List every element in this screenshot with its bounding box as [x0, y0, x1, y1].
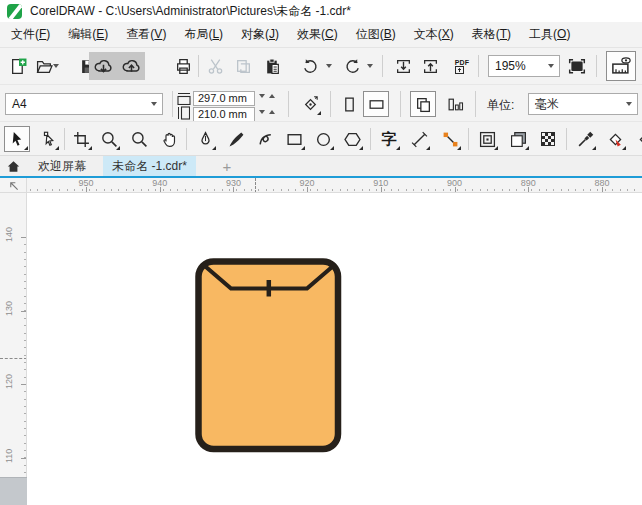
- drawing-canvas[interactable]: [27, 193, 642, 505]
- print-icon: [175, 58, 192, 75]
- artistic-media-tool[interactable]: [223, 126, 249, 152]
- page-width-spinner[interactable]: [259, 94, 275, 98]
- undo-dropdown[interactable]: [323, 53, 335, 79]
- text-tool-icon: 字: [382, 130, 397, 149]
- smart-fill-tool[interactable]: [632, 126, 642, 152]
- connector-tool[interactable]: [437, 126, 463, 152]
- pan-tool[interactable]: [156, 126, 182, 152]
- b-spline-tool[interactable]: [252, 126, 278, 152]
- full-screen-preview-button[interactable]: [564, 53, 590, 79]
- import-button[interactable]: [390, 53, 416, 79]
- redo-dropdown[interactable]: [364, 53, 376, 79]
- title-bar: CorelDRAW - C:\Users\Administrator\Pictu…: [0, 0, 642, 22]
- ellipse-icon: [315, 131, 332, 148]
- menu-item-table[interactable]: 表格(T): [463, 22, 520, 47]
- menu-item-layout[interactable]: 布局(L): [175, 22, 232, 47]
- toolbox-separator: [64, 128, 65, 150]
- paste-button[interactable]: [259, 53, 285, 79]
- shape-tool[interactable]: [35, 126, 61, 152]
- units-combobox[interactable]: 毫米: [528, 93, 638, 115]
- welcome-screen-tab[interactable]: 欢迎屏幕: [26, 156, 98, 177]
- hruler-tick: [528, 187, 529, 192]
- new-tab-button[interactable]: +: [216, 156, 238, 177]
- crop-tool[interactable]: [68, 126, 94, 152]
- menu-item-edit[interactable]: 编辑(E): [59, 22, 117, 47]
- menu-item-bitmaps[interactable]: 位图(B): [347, 22, 405, 47]
- vruler-tick: [21, 311, 26, 312]
- menu-item-tools[interactable]: 工具(O): [520, 22, 579, 47]
- show-rulers-button[interactable]: [606, 51, 636, 81]
- new-document-button[interactable]: [5, 53, 31, 79]
- chevron-down-icon: [146, 94, 162, 114]
- magnifier-tool[interactable]: [126, 126, 152, 152]
- zoom-tool[interactable]: [96, 126, 122, 152]
- pan-hand-icon: [161, 131, 178, 148]
- pick-tool-icon: [9, 131, 26, 148]
- cursor-position-marker: [255, 178, 256, 193]
- menu-item-view[interactable]: 查看(V): [117, 22, 175, 47]
- transparency-tool[interactable]: [535, 126, 561, 152]
- pen-tool[interactable]: [192, 126, 218, 152]
- redo-icon: [344, 58, 361, 75]
- shape-tool-icon: [40, 131, 57, 148]
- page-height-icon: [178, 106, 190, 120]
- page-height-spinner[interactable]: [259, 110, 275, 114]
- portrait-button[interactable]: [336, 91, 362, 117]
- ruler-origin-button[interactable]: [0, 178, 27, 193]
- brush-icon: [228, 131, 245, 148]
- zoom-level-combobox[interactable]: 195%: [488, 55, 560, 77]
- horizontal-ruler[interactable]: 950940930920910900890880: [27, 178, 642, 193]
- nudge-offset-button[interactable]: [297, 91, 323, 117]
- page-size-combobox[interactable]: A4: [5, 93, 163, 115]
- drop-shadow-icon: [510, 131, 527, 148]
- home-tab[interactable]: [2, 156, 24, 177]
- eyedropper-tool[interactable]: [572, 126, 598, 152]
- all-pages-button[interactable]: [410, 91, 436, 117]
- pick-tool[interactable]: [4, 126, 30, 152]
- vruler-label: 140: [4, 228, 14, 242]
- document-tab[interactable]: 未命名 -1.cdr*: [103, 156, 196, 177]
- ellipse-tool[interactable]: [310, 126, 336, 152]
- vruler-label: 120: [4, 375, 14, 389]
- page-size-value: A4: [6, 97, 146, 111]
- menu-item-effects[interactable]: 效果(C): [288, 22, 347, 47]
- chevron-down-icon: [53, 64, 59, 68]
- interactive-fill-tool[interactable]: [602, 126, 628, 152]
- export-button[interactable]: [417, 53, 443, 79]
- redo-button[interactable]: [339, 53, 365, 79]
- publish-pdf-button[interactable]: PDF: [449, 53, 475, 79]
- polygon-icon: [344, 131, 361, 148]
- toolbox-separator: [186, 128, 187, 150]
- contour-tool[interactable]: [474, 126, 500, 152]
- open-dropdown[interactable]: [50, 53, 62, 79]
- hruler-tick: [381, 187, 382, 192]
- print-button[interactable]: [170, 53, 196, 79]
- undo-button[interactable]: [297, 53, 323, 79]
- full-screen-icon: [568, 57, 586, 75]
- menu-item-object[interactable]: 对象(J): [232, 22, 288, 47]
- page-width-input[interactable]: 297.0 mm: [193, 91, 255, 106]
- current-page-button[interactable]: [442, 91, 468, 117]
- welcome-tab-label: 欢迎屏幕: [38, 158, 86, 175]
- vertical-ruler[interactable]: 140130120110: [0, 193, 27, 477]
- page-height-input[interactable]: 210.0 mm: [193, 107, 255, 122]
- landscape-button[interactable]: [363, 91, 389, 117]
- cursor-position-marker: [0, 358, 27, 359]
- dimension-tool[interactable]: [406, 126, 432, 152]
- rectangle-icon: [286, 131, 303, 148]
- menu-item-text[interactable]: 文本(X): [405, 22, 463, 47]
- polygon-tool[interactable]: [339, 126, 365, 152]
- undo-icon: [302, 58, 319, 75]
- propbar-separator: [475, 91, 476, 117]
- spin-down-icon: [259, 94, 265, 98]
- rectangle-tool[interactable]: [281, 126, 307, 152]
- drop-shadow-tool[interactable]: [505, 126, 531, 152]
- cloud-download-button[interactable]: [89, 52, 117, 80]
- text-tool[interactable]: 字: [376, 126, 402, 152]
- hruler-tick: [307, 187, 308, 192]
- units-label: 单位:: [487, 97, 514, 114]
- menu-item-file[interactable]: 文件(F): [2, 22, 59, 47]
- document-tab-label: 未命名 -1.cdr*: [112, 158, 187, 175]
- cloud-upload-button[interactable]: [117, 52, 145, 80]
- zoom-tool-icon: [101, 131, 118, 148]
